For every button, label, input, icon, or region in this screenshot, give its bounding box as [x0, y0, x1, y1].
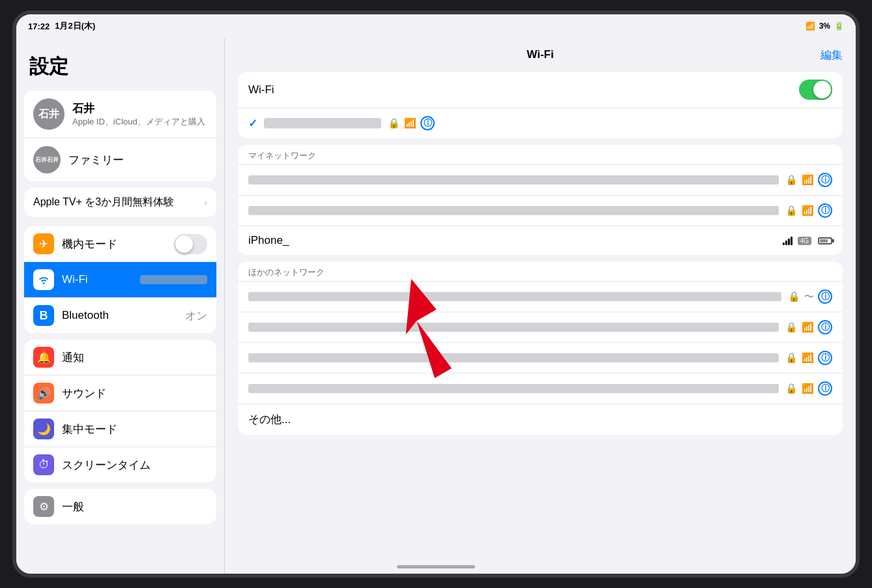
other-network-row-1[interactable]: 🔒 〜 ⓘ [238, 281, 843, 312]
network-ssid-blurred-2 [248, 206, 779, 215]
other-wifi-3: 📶 [802, 352, 814, 364]
device-battery-icon [818, 237, 832, 244]
signal-bars [783, 237, 792, 245]
main-content: 設定 石井 石井 Apple ID、iCloud、メディアと購入 石井石井 [16, 14, 856, 574]
my-networks-label: マイネットワーク [238, 145, 843, 164]
other-networks-label: ほかのネットワーク [238, 261, 843, 281]
appletv-label: Apple TV+ を3か月間無料体験 [33, 196, 174, 209]
screentime-label: スクリーンタイム [62, 458, 207, 473]
other-info-3[interactable]: ⓘ [818, 351, 832, 365]
sound-label: サウンド [62, 386, 207, 401]
other-networks-section: ほかのネットワーク 🔒 〜 ⓘ 🔒 📶 [238, 261, 843, 435]
family-avatar: 石井石井 [33, 146, 61, 173]
iphone-label: iPhone_ [248, 234, 776, 247]
my-networks-section: マイネットワーク 🔒 📶 ⓘ 🔒 📶 [238, 145, 843, 255]
airplane-icon: ✈ [33, 233, 54, 254]
avatar: 石井 [33, 98, 65, 130]
time-display: 17:22 [28, 22, 50, 31]
other-info-2[interactable]: ⓘ [818, 320, 832, 334]
general-label: 一般 [62, 499, 207, 514]
right-body: Wi-Fi ✓ 🔒 📶 ⓘ [225, 72, 856, 574]
right-panel: Wi-Fi 編集 Wi-Fi ✓ 🔒 📶 [225, 38, 856, 574]
other-lock-2: 🔒 [785, 321, 798, 333]
profile-item-family[interactable]: 石井石井 ファミリー [24, 138, 216, 181]
bluetooth-icon: B [33, 305, 54, 326]
wifi-strength-icon: 📶 [404, 117, 416, 129]
wifi-main-label: Wi-Fi [248, 83, 799, 96]
other-network-row-3[interactable]: 🔒 📶 ⓘ [238, 342, 843, 373]
focus-icon: 🌙 [33, 419, 54, 439]
other-network-row-2[interactable]: 🔒 📶 ⓘ [238, 312, 843, 342]
status-bar: 17:22 1月2日(木) 📶 3% 🔋 [16, 14, 856, 38]
other-lock-1: 🔒 [788, 291, 800, 302]
iphone-hotspot-row[interactable]: iPhone_ 4G [238, 226, 843, 255]
info-button[interactable]: ⓘ [420, 116, 435, 130]
sidebar-title: 設定 [16, 48, 224, 91]
system-settings-group: 🔔 通知 🔊 サウンド 🌙 集中モード ⏱ スクリーンタイム [24, 340, 216, 482]
wifi-icon: 📶 [806, 22, 815, 31]
appletv-chevron: › [204, 197, 207, 209]
sidebar-item-wifi[interactable]: Wi-Fi [24, 262, 216, 298]
network-settings-group: ✈ 機内モード Wi-Fi [24, 226, 216, 333]
bluetooth-label: Bluetooth [62, 309, 177, 322]
wifi-main-row: Wi-Fi [238, 72, 843, 108]
other-ssid-blurred-3 [248, 353, 779, 362]
appletv-row[interactable]: Apple TV+ を3か月間無料体験 › [24, 188, 216, 217]
family-label: ファミリー [68, 153, 207, 168]
sidebar-item-notification[interactable]: 🔔 通知 [24, 340, 216, 375]
wifi-sidebar-label: Wi-Fi [62, 273, 130, 286]
notification-label: 通知 [62, 350, 207, 365]
battery-percent: 3% [819, 22, 830, 31]
home-indicator [397, 565, 475, 568]
info-button-2[interactable]: ⓘ [818, 203, 832, 218]
profile-section: 石井 石井 Apple ID、iCloud、メディアと購入 石井石井 ファミリー [24, 91, 216, 181]
date-display: 1月2日(木) [55, 20, 95, 32]
airplane-label: 機内モード [62, 237, 166, 252]
other-lock-4: 🔒 [785, 383, 798, 394]
status-left: 17:22 1月2日(木) [28, 20, 95, 32]
status-right: 📶 3% 🔋 [806, 22, 844, 31]
lock-icon-2: 🔒 [785, 205, 798, 216]
edit-button[interactable]: 編集 [821, 48, 843, 63]
info-button-1[interactable]: ⓘ [818, 173, 832, 187]
my-network-row-1[interactable]: 🔒 📶 ⓘ [238, 164, 843, 195]
other-ssid-blurred-2 [248, 323, 779, 332]
profile-name: 石井 [72, 101, 205, 116]
other-wifi-1: 〜 [804, 291, 814, 303]
other-network-row-4[interactable]: 🔒 📶 ⓘ [238, 373, 843, 404]
other-more-button[interactable]: その他... [238, 404, 843, 435]
other-info-4[interactable]: ⓘ [818, 381, 832, 396]
other-wifi-4: 📶 [802, 383, 814, 394]
sidebar-item-general[interactable]: ⚙ 一般 [24, 489, 216, 524]
general-icon: ⚙ [33, 496, 54, 517]
connected-network-row[interactable]: ✓ 🔒 📶 ⓘ [238, 108, 843, 138]
wifi-toggle[interactable] [799, 80, 832, 100]
other-wifi-2: 📶 [802, 321, 814, 333]
checkmark-icon: ✓ [248, 117, 257, 130]
sidebar-item-bluetooth[interactable]: B Bluetooth オン [24, 298, 216, 333]
profile-item-appleid[interactable]: 石井 石井 Apple ID、iCloud、メディアと購入 [24, 91, 216, 138]
connected-network-icons: 🔒 📶 ⓘ [388, 116, 435, 130]
airplane-toggle[interactable] [174, 234, 207, 254]
cell-type-badge: 4G [798, 237, 811, 245]
panel-title: Wi-Fi [527, 48, 553, 61]
wifi-toggle-section: Wi-Fi ✓ 🔒 📶 ⓘ [238, 72, 843, 138]
wifi-icon-1: 📶 [802, 174, 814, 186]
focus-label: 集中モード [62, 422, 207, 437]
wifi-network-name-blurred [140, 275, 208, 284]
other-ssid-blurred-1 [248, 292, 781, 301]
sidebar-item-screentime[interactable]: ⏱ スクリーンタイム [24, 447, 216, 482]
notification-icon: 🔔 [33, 347, 54, 368]
my-network-row-2[interactable]: 🔒 📶 ⓘ [238, 195, 843, 226]
other-lock-3: 🔒 [785, 352, 798, 364]
other-info-1[interactable]: ⓘ [818, 289, 832, 304]
sidebar-item-sound[interactable]: 🔊 サウンド [24, 375, 216, 411]
bluetooth-value: オン [185, 308, 207, 323]
connected-ssid-blurred [264, 118, 381, 128]
wifi-icon-2: 📶 [802, 205, 814, 216]
profile-sub: Apple ID、iCloud、メディアと購入 [72, 116, 205, 128]
sidebar-item-focus[interactable]: 🌙 集中モード [24, 411, 216, 447]
network-ssid-blurred-1 [248, 175, 779, 184]
sidebar-item-airplane[interactable]: ✈ 機内モード [24, 226, 216, 262]
ipad-frame: 17:22 1月2日(木) 📶 3% 🔋 設定 石井 石井 Apple ID、i… [12, 10, 860, 578]
